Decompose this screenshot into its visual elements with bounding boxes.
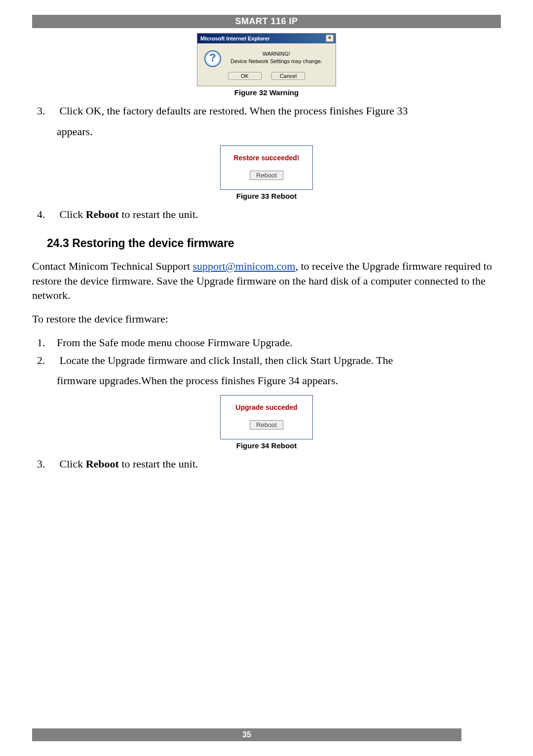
warning-line-2: Device Network Settings may change. (230, 58, 322, 64)
para1-part1: Contact Minicom Technical Support (32, 260, 193, 272)
section-heading: 24.3 Restoring the device firmware (47, 237, 501, 250)
step3-bold: OK (86, 105, 102, 117)
step-b2-line1: Locate the Upgrade firmware and click In… (60, 354, 393, 366)
step4-bold: Reboot (86, 208, 119, 220)
stepb3-rest: to restart the unit. (119, 458, 198, 470)
upgrade-dialog: Upgrade succeded Reboot (220, 395, 313, 439)
paragraph-contact: Contact Minicom Technical Support suppor… (32, 259, 501, 303)
dialog-title: Microsoft Internet Explorer (200, 36, 270, 41)
dialog-titlebar: Microsoft Internet Explorer × (197, 34, 336, 43)
ok-button[interactable]: OK (228, 72, 262, 80)
list-item: Click OK, the factory defaults are resto… (32, 104, 501, 118)
step4-rest: to restart the unit. (119, 208, 198, 220)
paragraph-intro: To restore the device firmware: (32, 312, 501, 326)
restore-message: Restore succeeded! (225, 154, 308, 162)
list-item: Click Reboot to restart the unit. (32, 457, 501, 471)
step4-prefix: Click (60, 208, 86, 220)
step3-continue: appears. (32, 124, 501, 139)
dialog-message: WARNING! Device Network Settings may cha… (227, 50, 326, 67)
close-icon[interactable]: × (326, 35, 334, 42)
list-item: Click Reboot to restart the unit. (32, 207, 501, 222)
list-item: Locate the Upgrade firmware and click In… (32, 353, 501, 368)
figure-33-caption: Figure 33 Reboot (32, 192, 501, 200)
reboot-button[interactable]: Reboot (250, 171, 283, 180)
list-item: From the Safe mode menu choose Firmware … (32, 335, 501, 350)
upgrade-message: Upgrade succeded (225, 403, 308, 411)
page-header: SMART 116 IP (32, 15, 501, 28)
cancel-button[interactable]: Cancel (271, 72, 305, 80)
step3-rest1: , the factory defaults are restored. Whe… (101, 105, 408, 117)
figure-32-caption: Figure 32 Warning (32, 88, 501, 97)
warning-line-1: WARNING! (263, 51, 290, 57)
step3-prefix: Click (60, 105, 86, 117)
step-b2-line2: firmware upgrades.When the process finis… (32, 373, 501, 388)
stepb3-bold: Reboot (86, 458, 119, 470)
reboot-button[interactable]: Reboot (250, 420, 283, 430)
page-footer: 35 (32, 728, 461, 741)
support-email-link[interactable]: support@minicom.com (193, 260, 296, 272)
warning-dialog: Microsoft Internet Explorer × ? WARNING!… (197, 33, 336, 86)
restore-dialog: Restore succeeded! Reboot (220, 145, 313, 190)
stepb3-prefix: Click (60, 458, 86, 470)
question-icon: ? (204, 50, 221, 67)
figure-34-caption: Figure 34 Reboot (32, 441, 501, 450)
